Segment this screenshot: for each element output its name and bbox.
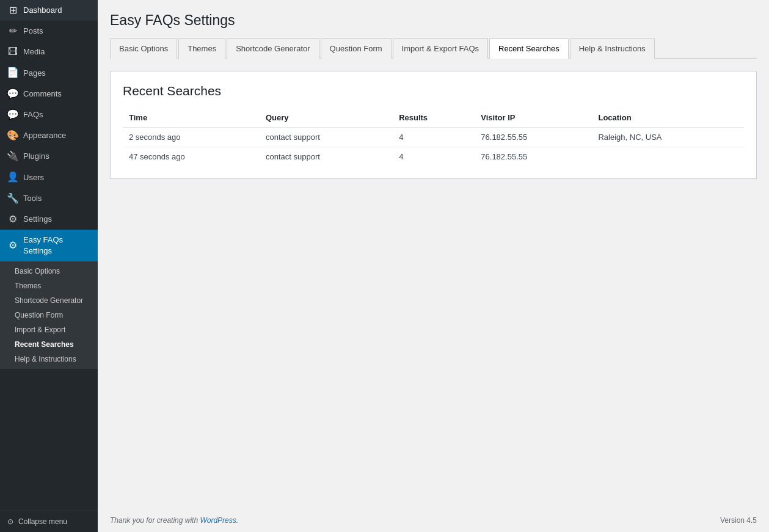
sidebar-item-pages[interactable]: 📄 Pages (0, 63, 98, 84)
collapse-menu-button[interactable]: ⊙ Collapse menu (0, 511, 98, 532)
sidebar-item-label: Posts (23, 26, 43, 37)
col-header-query: Query (260, 108, 393, 128)
tab-basic-options[interactable]: Basic Options (110, 38, 177, 59)
sidebar-item-dashboard[interactable]: ⊞ Dashboard (0, 0, 98, 21)
cell-results: 4 (393, 147, 475, 167)
main-content: Easy FAQs Settings Basic Options Themes … (98, 0, 769, 532)
sidebar-item-label: Settings (23, 214, 52, 225)
col-header-time: Time (123, 108, 260, 128)
recent-searches-table: Time Query Results Visitor IP Location 2… (123, 108, 744, 166)
cell-location: Raleigh, NC, USA (592, 128, 744, 147)
cell-time: 2 seconds ago (123, 128, 260, 147)
appearance-icon: 🎨 (7, 130, 18, 141)
footer: Thank you for creating with WordPress. V… (98, 509, 769, 532)
submenu-item-recent-searches[interactable]: Recent Searches (0, 337, 98, 352)
cell-query[interactable]: contact support (260, 147, 393, 167)
collapse-icon: ⊙ (7, 517, 13, 526)
sidebar-item-label: Tools (23, 193, 42, 204)
tab-import-export-faqs[interactable]: Import & Export FAQs (393, 38, 488, 59)
sidebar-item-label: Easy FAQs Settings (23, 235, 90, 257)
pages-icon: 📄 (7, 68, 18, 79)
table-row: 2 seconds agocontact support476.182.55.5… (123, 128, 744, 147)
section-title: Recent Searches (123, 84, 744, 98)
cell-visitor-ip: 76.182.55.55 (475, 128, 592, 147)
sidebar-item-label: Plugins (23, 151, 49, 162)
cell-time: 47 seconds ago (123, 147, 260, 167)
cell-location (592, 147, 744, 167)
sidebar-item-posts[interactable]: ✏ Posts (0, 21, 98, 42)
tools-icon: 🔧 (7, 193, 18, 204)
submenu-item-import-export[interactable]: Import & Export (0, 322, 98, 337)
sidebar-item-label: Media (23, 46, 45, 57)
footer-wordpress-link[interactable]: WordPress. (200, 516, 238, 525)
plugins-icon: 🔌 (7, 151, 18, 162)
submenu-item-basic-options[interactable]: Basic Options (0, 264, 98, 279)
posts-icon: ✏ (7, 26, 18, 37)
sidebar-item-label: Dashboard (23, 5, 62, 16)
col-header-visitor-ip: Visitor IP (475, 108, 592, 128)
sidebar-item-label: FAQs (23, 109, 43, 120)
sidebar-item-users[interactable]: 👤 Users (0, 167, 98, 188)
sidebar-item-settings[interactable]: ⚙ Settings (0, 209, 98, 230)
submenu-item-help-instructions[interactable]: Help & Instructions (0, 352, 98, 366)
dashboard-icon: ⊞ (7, 5, 18, 16)
collapse-label: Collapse menu (18, 517, 67, 526)
submenu-item-themes[interactable]: Themes (0, 279, 98, 293)
tab-recent-searches[interactable]: Recent Searches (489, 38, 569, 59)
footer-version: Version 4.5 (720, 516, 757, 525)
sidebar-item-appearance[interactable]: 🎨 Appearance (0, 125, 98, 146)
sidebar-nav: ⊞ Dashboard ✏ Posts 🎞 Media 📄 Pages 💬 Co… (0, 0, 98, 511)
tab-bar: Basic Options Themes Shortcode Generator… (110, 38, 757, 59)
sidebar-item-faqs[interactable]: 💬 FAQs (0, 104, 98, 125)
sidebar-item-comments[interactable]: 💬 Comments (0, 84, 98, 104)
settings-icon: ⚙ (7, 214, 18, 225)
footer-text-before: Thank you for creating with (110, 516, 200, 525)
col-header-location: Location (592, 108, 744, 128)
cell-results: 4 (393, 128, 475, 147)
faqs-icon: 💬 (7, 109, 18, 120)
table-row: 47 seconds agocontact support476.182.55.… (123, 147, 744, 167)
easy-faqs-icon: ⚙ (7, 240, 18, 251)
sidebar: ⊞ Dashboard ✏ Posts 🎞 Media 📄 Pages 💬 Co… (0, 0, 98, 532)
content-area: Recent Searches Time Query Results Visit… (110, 71, 757, 179)
sidebar-item-tools[interactable]: 🔧 Tools (0, 188, 98, 209)
tab-themes[interactable]: Themes (178, 38, 225, 59)
sidebar-item-media[interactable]: 🎞 Media (0, 42, 98, 62)
col-header-results: Results (393, 108, 475, 128)
cell-query[interactable]: contact support (260, 128, 393, 147)
sidebar-item-label: Pages (23, 68, 46, 79)
tab-question-form[interactable]: Question Form (321, 38, 392, 59)
sidebar-item-label: Appearance (23, 130, 66, 141)
tab-shortcode-generator[interactable]: Shortcode Generator (227, 38, 319, 59)
submenu-item-shortcode-generator[interactable]: Shortcode Generator (0, 293, 98, 308)
submenu: Basic Options Themes Shortcode Generator… (0, 261, 98, 369)
footer-text: Thank you for creating with WordPress. (110, 516, 238, 525)
users-icon: 👤 (7, 172, 18, 183)
page-title: Easy FAQs Settings (110, 12, 757, 29)
sidebar-item-easy-faqs[interactable]: ⚙ Easy FAQs Settings (0, 230, 98, 261)
tab-help-instructions[interactable]: Help & Instructions (570, 38, 655, 59)
comments-icon: 💬 (7, 89, 18, 100)
sidebar-item-plugins[interactable]: 🔌 Plugins (0, 146, 98, 167)
media-icon: 🎞 (7, 46, 18, 57)
sidebar-item-label: Comments (23, 89, 62, 100)
cell-visitor-ip: 76.182.55.55 (475, 147, 592, 167)
sidebar-item-label: Users (23, 172, 44, 183)
submenu-item-question-form[interactable]: Question Form (0, 308, 98, 322)
